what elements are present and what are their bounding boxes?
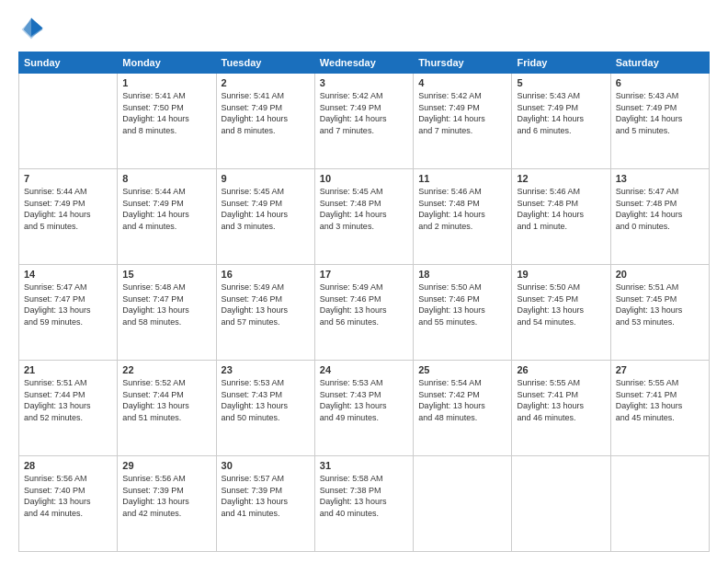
- day-info: Sunrise: 5:46 AMSunset: 7:48 PMDaylight:…: [418, 186, 506, 232]
- day-info: Sunrise: 5:43 AMSunset: 7:49 PMDaylight:…: [517, 90, 605, 136]
- calendar-cell: [610, 456, 709, 552]
- weekday-header-monday: Monday: [118, 52, 216, 74]
- calendar-cell: 29Sunrise: 5:56 AMSunset: 7:39 PMDayligh…: [118, 456, 216, 552]
- day-info: Sunrise: 5:49 AMSunset: 7:46 PMDaylight:…: [222, 282, 310, 327]
- day-number: 17: [320, 269, 408, 280]
- calendar-cell: 11Sunrise: 5:46 AMSunset: 7:48 PMDayligh…: [414, 169, 512, 265]
- day-info: Sunrise: 5:56 AMSunset: 7:39 PMDaylight:…: [122, 473, 210, 519]
- day-number: 14: [24, 269, 112, 280]
- day-number: 1: [122, 77, 210, 88]
- day-number: 9: [222, 173, 310, 184]
- calendar-cell: [19, 74, 118, 169]
- calendar-cell: 20Sunrise: 5:51 AMSunset: 7:45 PMDayligh…: [610, 265, 709, 361]
- calendar-cell: 31Sunrise: 5:58 AMSunset: 7:38 PMDayligh…: [314, 456, 413, 552]
- calendar-cell: 3Sunrise: 5:42 AMSunset: 7:49 PMDaylight…: [314, 74, 413, 169]
- calendar-cell: 22Sunrise: 5:52 AMSunset: 7:44 PMDayligh…: [118, 361, 216, 456]
- day-info: Sunrise: 5:55 AMSunset: 7:41 PMDaylight:…: [517, 377, 605, 423]
- day-info: Sunrise: 5:44 AMSunset: 7:49 PMDaylight:…: [24, 186, 112, 232]
- day-info: Sunrise: 5:56 AMSunset: 7:40 PMDaylight:…: [24, 473, 112, 519]
- logo-icon: [18, 17, 44, 42]
- day-number: 18: [418, 269, 506, 280]
- day-info: Sunrise: 5:51 AMSunset: 7:44 PMDaylight:…: [24, 377, 112, 423]
- day-info: Sunrise: 5:54 AMSunset: 7:42 PMDaylight:…: [418, 377, 506, 423]
- weekday-header-sunday: Sunday: [19, 52, 118, 74]
- calendar-cell: 1Sunrise: 5:41 AMSunset: 7:50 PMDaylight…: [118, 74, 216, 169]
- day-info: Sunrise: 5:50 AMSunset: 7:46 PMDaylight:…: [418, 282, 506, 327]
- calendar-cell: 2Sunrise: 5:41 AMSunset: 7:49 PMDaylight…: [216, 74, 314, 169]
- day-info: Sunrise: 5:42 AMSunset: 7:49 PMDaylight:…: [418, 90, 506, 136]
- calendar-cell: 9Sunrise: 5:45 AMSunset: 7:49 PMDaylight…: [216, 169, 314, 265]
- day-info: Sunrise: 5:41 AMSunset: 7:50 PMDaylight:…: [122, 90, 210, 136]
- day-number: 11: [418, 173, 506, 184]
- calendar-cell: 24Sunrise: 5:53 AMSunset: 7:43 PMDayligh…: [314, 361, 413, 456]
- weekday-header-tuesday: Tuesday: [216, 52, 314, 74]
- calendar-cell: 30Sunrise: 5:57 AMSunset: 7:39 PMDayligh…: [216, 456, 314, 552]
- day-info: Sunrise: 5:53 AMSunset: 7:43 PMDaylight:…: [222, 377, 310, 423]
- day-number: 19: [517, 269, 605, 280]
- weekday-header-row: SundayMondayTuesdayWednesdayThursdayFrid…: [19, 52, 710, 74]
- calendar-cell: 23Sunrise: 5:53 AMSunset: 7:43 PMDayligh…: [216, 361, 314, 456]
- calendar-cell: 27Sunrise: 5:55 AMSunset: 7:41 PMDayligh…: [610, 361, 709, 456]
- calendar-cell: 17Sunrise: 5:49 AMSunset: 7:46 PMDayligh…: [314, 265, 413, 361]
- calendar-cell: 18Sunrise: 5:50 AMSunset: 7:46 PMDayligh…: [414, 265, 512, 361]
- day-number: 26: [517, 364, 605, 375]
- calendar-cell: 15Sunrise: 5:48 AMSunset: 7:47 PMDayligh…: [118, 265, 216, 361]
- day-info: Sunrise: 5:47 AMSunset: 7:48 PMDaylight:…: [616, 186, 704, 232]
- day-number: 2: [222, 77, 310, 88]
- calendar-cell: [512, 456, 610, 552]
- day-number: 8: [122, 173, 210, 184]
- weekday-header-thursday: Thursday: [414, 52, 512, 74]
- calendar-cell: 25Sunrise: 5:54 AMSunset: 7:42 PMDayligh…: [414, 361, 512, 456]
- day-number: 25: [418, 364, 506, 375]
- calendar-cell: 8Sunrise: 5:44 AMSunset: 7:49 PMDaylight…: [118, 169, 216, 265]
- week-row-4: 21Sunrise: 5:51 AMSunset: 7:44 PMDayligh…: [19, 361, 710, 456]
- calendar-cell: 7Sunrise: 5:44 AMSunset: 7:49 PMDaylight…: [19, 169, 118, 265]
- calendar-cell: 21Sunrise: 5:51 AMSunset: 7:44 PMDayligh…: [19, 361, 118, 456]
- day-number: 30: [222, 460, 310, 471]
- weekday-header-saturday: Saturday: [610, 52, 709, 74]
- day-number: 7: [24, 173, 112, 184]
- calendar-cell: 4Sunrise: 5:42 AMSunset: 7:49 PMDaylight…: [414, 74, 512, 169]
- week-row-5: 28Sunrise: 5:56 AMSunset: 7:40 PMDayligh…: [19, 456, 710, 552]
- day-number: 15: [122, 269, 210, 280]
- day-info: Sunrise: 5:49 AMSunset: 7:46 PMDaylight:…: [320, 282, 408, 327]
- day-number: 22: [122, 364, 210, 375]
- day-info: Sunrise: 5:51 AMSunset: 7:45 PMDaylight:…: [616, 282, 704, 327]
- day-number: 20: [616, 269, 704, 280]
- day-number: 12: [517, 173, 605, 184]
- day-info: Sunrise: 5:47 AMSunset: 7:47 PMDaylight:…: [24, 282, 112, 327]
- day-info: Sunrise: 5:43 AMSunset: 7:49 PMDaylight:…: [616, 90, 704, 136]
- calendar-table: SundayMondayTuesdayWednesdayThursdayFrid…: [18, 52, 710, 552]
- calendar-cell: 19Sunrise: 5:50 AMSunset: 7:45 PMDayligh…: [512, 265, 610, 361]
- day-number: 28: [24, 460, 112, 471]
- day-info: Sunrise: 5:44 AMSunset: 7:49 PMDaylight:…: [122, 186, 210, 232]
- day-info: Sunrise: 5:58 AMSunset: 7:38 PMDaylight:…: [320, 473, 408, 519]
- day-number: 5: [517, 77, 605, 88]
- day-number: 24: [320, 364, 408, 375]
- calendar-cell: [414, 456, 512, 552]
- day-info: Sunrise: 5:45 AMSunset: 7:49 PMDaylight:…: [222, 186, 310, 232]
- day-info: Sunrise: 5:55 AMSunset: 7:41 PMDaylight:…: [616, 377, 704, 423]
- page: SundayMondayTuesdayWednesdayThursdayFrid…: [0, 0, 728, 563]
- day-number: 27: [616, 364, 704, 375]
- day-number: 16: [222, 269, 310, 280]
- day-number: 13: [616, 173, 704, 184]
- weekday-header-wednesday: Wednesday: [314, 52, 413, 74]
- calendar-cell: 5Sunrise: 5:43 AMSunset: 7:49 PMDaylight…: [512, 74, 610, 169]
- day-info: Sunrise: 5:52 AMSunset: 7:44 PMDaylight:…: [122, 377, 210, 423]
- calendar-cell: 28Sunrise: 5:56 AMSunset: 7:40 PMDayligh…: [19, 456, 118, 552]
- day-number: 6: [616, 77, 704, 88]
- calendar-cell: 13Sunrise: 5:47 AMSunset: 7:48 PMDayligh…: [610, 169, 709, 265]
- day-info: Sunrise: 5:53 AMSunset: 7:43 PMDaylight:…: [320, 377, 408, 423]
- day-number: 23: [222, 364, 310, 375]
- day-info: Sunrise: 5:45 AMSunset: 7:48 PMDaylight:…: [320, 186, 408, 232]
- day-number: 21: [24, 364, 112, 375]
- week-row-2: 7Sunrise: 5:44 AMSunset: 7:49 PMDaylight…: [19, 169, 710, 265]
- header: [18, 17, 710, 42]
- day-info: Sunrise: 5:50 AMSunset: 7:45 PMDaylight:…: [517, 282, 605, 327]
- calendar-cell: 16Sunrise: 5:49 AMSunset: 7:46 PMDayligh…: [216, 265, 314, 361]
- weekday-header-friday: Friday: [512, 52, 610, 74]
- calendar-cell: 26Sunrise: 5:55 AMSunset: 7:41 PMDayligh…: [512, 361, 610, 456]
- day-number: 4: [418, 77, 506, 88]
- calendar-cell: 6Sunrise: 5:43 AMSunset: 7:49 PMDaylight…: [610, 74, 709, 169]
